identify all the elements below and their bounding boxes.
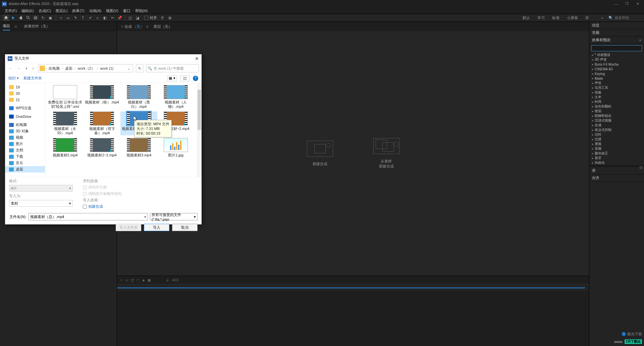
workspace-standard[interactable]: 标准	[552, 15, 559, 20]
close-button[interactable]: ✕	[635, 2, 640, 6]
selection-tool[interactable]	[10, 14, 17, 21]
panel-menu-icon[interactable]: ≡	[639, 38, 641, 42]
eraser-tool[interactable]: ◧	[102, 14, 108, 21]
workspace-learn[interactable]: 学习	[537, 15, 545, 20]
maximize-button[interactable]: ❐	[625, 2, 629, 6]
effects-category[interactable]: ▸生成	[589, 123, 644, 128]
library-panel-header[interactable]: 库	[589, 167, 644, 175]
effects-category[interactable]: ▸音频	[589, 146, 644, 151]
crumb-segment[interactable]: 此电脑	[47, 66, 61, 71]
layer-tab[interactable]: 图层（无）	[154, 24, 172, 29]
nav-recent-button[interactable]: ▾	[24, 66, 29, 71]
clone-tool[interactable]: ⎌	[94, 14, 101, 21]
preview-pane-button[interactable]: ◫	[180, 75, 190, 81]
effects-category[interactable]: ▸Boris FX Mocha	[589, 62, 644, 67]
minimize-button[interactable]: —	[614, 2, 619, 6]
tree-item[interactable]: 3D 对象	[5, 128, 45, 134]
mask-mode-2[interactable]: ◪	[134, 14, 141, 21]
file-item[interactable]: 免费住宿 让毕业生求职"轻装上阵".xml	[47, 85, 84, 109]
filetype-filter[interactable]: 所有可接受的文件 (*.fla;*.prpr▾	[150, 213, 198, 220]
file-item[interactable]: C视频素材3.mp4	[120, 138, 157, 157]
crumb-segment[interactable]: work（2）	[76, 66, 96, 71]
organize-button[interactable]: 组织 ▾	[8, 76, 19, 81]
effects-search-input[interactable]	[591, 45, 642, 51]
comp-from-footage-card[interactable]: 从素材 新建合成	[373, 138, 399, 169]
tree-item[interactable]: 21	[5, 96, 45, 103]
filename-input[interactable]: 视频素材（总）.mp4▾	[29, 213, 148, 220]
effects-category[interactable]: ▸遮罩	[589, 156, 644, 160]
menu-composition[interactable]: 合成(C)	[37, 8, 53, 13]
snap-grid[interactable]: ⊞	[166, 14, 173, 21]
scrollbar[interactable]	[197, 83, 202, 177]
tl-time[interactable]: +0.0	[172, 278, 178, 282]
effects-category[interactable]: ▸模拟	[589, 109, 644, 114]
project-tab[interactable]: 项目	[3, 22, 10, 30]
effects-category[interactable]: ▸实用工具	[589, 85, 644, 90]
tree-item[interactable]: 图片	[5, 141, 45, 147]
file-item[interactable]: C视频素材（水印）.mp4	[47, 112, 84, 135]
import-button[interactable]: 导入	[144, 224, 169, 231]
snap-checkbox[interactable]	[144, 16, 148, 20]
text-tool[interactable]: T	[79, 14, 86, 21]
audio-panel-header[interactable]: 音频	[589, 29, 644, 37]
effects-category[interactable]: ▸透视	[589, 142, 644, 146]
hand-tool[interactable]	[17, 14, 24, 21]
breadcrumb[interactable]: › 此电脑› 桌面› work（2）› work (1) ⌄	[38, 64, 133, 72]
mask-mode[interactable]: ◫	[127, 14, 133, 21]
effects-category[interactable]: ▸沉浸式视频	[589, 118, 644, 123]
effects-category[interactable]: ▸3D 声道	[589, 57, 644, 62]
tree-item[interactable]: WPS云盘	[5, 105, 45, 111]
create-comp-checkbox[interactable]: 创建合成	[83, 204, 121, 209]
tree-item[interactable]: 此电脑	[5, 122, 45, 128]
effects-category[interactable]: ▸文本	[589, 95, 644, 99]
tl-btn[interactable]: ▭	[125, 278, 128, 282]
tree-item[interactable]: 桌面	[5, 166, 45, 172]
dialog-search[interactable]: 🔍 在 work (1) 中搜索	[146, 64, 199, 72]
tree-item[interactable]: 视频	[5, 134, 45, 141]
new-folder-button[interactable]: 新建文件夹	[23, 76, 42, 81]
orbit-tool[interactable]	[32, 14, 39, 21]
effects-category[interactable]: ▸声道	[589, 81, 644, 85]
tl-btn[interactable]: ⎀	[120, 278, 122, 282]
effects-category[interactable]: ▸模糊和锐化	[589, 114, 644, 118]
zoom-tool[interactable]	[25, 14, 32, 21]
effects-category[interactable]: ▸Matte	[589, 76, 644, 81]
cancel-button[interactable]: 取消	[172, 224, 198, 231]
effect-controls-tab[interactable]: 效果控件（无）	[24, 22, 50, 30]
effects-category[interactable]: ▸风格化	[589, 160, 644, 165]
file-item[interactable]: 图片1.jpg	[157, 138, 194, 157]
tree-item[interactable]: 下载	[5, 153, 45, 160]
crumb-segment[interactable]: work (1)	[99, 66, 115, 70]
tree-item[interactable]: 19	[5, 84, 45, 90]
workspace-small[interactable]: 小屏幕	[567, 15, 578, 20]
rotate-tool[interactable]: ↻	[40, 14, 46, 21]
help-search[interactable]: 🔍	[608, 16, 641, 20]
file-item[interactable]: C视频素材（人物）.mp4	[157, 85, 194, 109]
effects-category[interactable]: ▸扭曲	[589, 90, 644, 95]
workspace-more[interactable]: »	[601, 16, 603, 20]
timeline-ruler[interactable]	[117, 284, 589, 291]
menu-file[interactable]: 文件(F)	[3, 8, 19, 13]
file-item[interactable]: C视频素材2~2.mp4	[84, 138, 120, 157]
effects-category[interactable]: ▸CINEMA 4D	[589, 67, 644, 71]
panel-menu-icon[interactable]: ≡	[15, 24, 17, 28]
menu-window[interactable]: 窗口	[121, 8, 132, 13]
dialog-close-button[interactable]: ✕	[195, 56, 199, 61]
help-button[interactable]: ?	[193, 76, 198, 81]
import-as-select[interactable]: 素材▾	[9, 200, 73, 207]
align-panel-header[interactable]: 对齐	[589, 175, 644, 182]
effects-category[interactable]: ▸颜色校正	[589, 151, 644, 156]
tl-btn[interactable]: ▦	[148, 278, 151, 282]
crumb-segment[interactable]: 桌面	[64, 66, 74, 71]
composition-tab[interactable]: × 合成 （无） ≡	[120, 24, 148, 29]
anchor-tool[interactable]: ⊹	[57, 14, 64, 21]
refresh-button[interactable]: ↻	[136, 64, 143, 72]
view-mode-button[interactable]: ▦ ▾	[167, 75, 177, 81]
tl-btn[interactable]: ◫	[131, 278, 134, 282]
effects-category[interactable]: ▸时间	[589, 99, 644, 104]
panel-menu-icon[interactable]: ≡	[146, 24, 148, 28]
file-item[interactable]: 视频素材2.mp4	[47, 138, 84, 157]
menu-edit[interactable]: 编辑(E)	[19, 8, 36, 13]
menu-animation[interactable]: 动画(A)	[87, 8, 104, 13]
effects-category[interactable]: ▸* 动画预设	[589, 53, 644, 57]
